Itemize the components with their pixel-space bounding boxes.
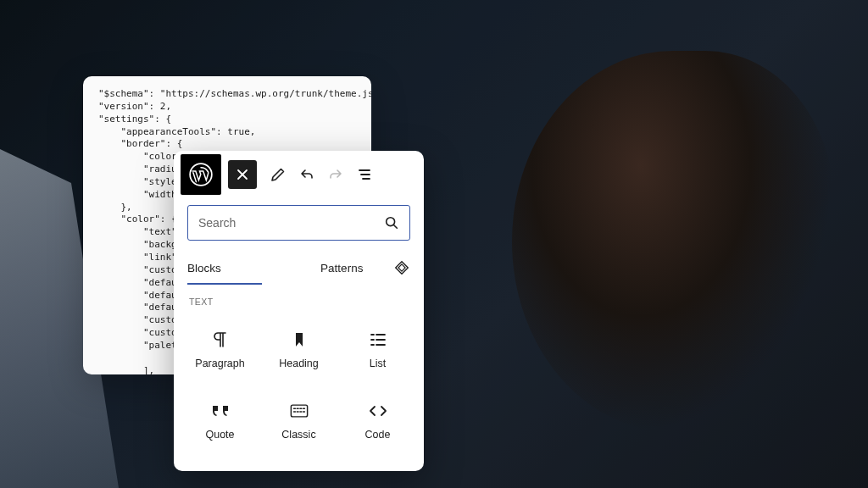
block-quote[interactable]: Quote — [181, 388, 259, 454]
undo-button[interactable] — [294, 162, 320, 187]
block-paragraph[interactable]: Paragraph — [181, 317, 259, 383]
wordpress-logo-button[interactable] — [181, 154, 221, 195]
tab-blocks[interactable]: Blocks — [187, 251, 291, 285]
list-view-icon — [357, 167, 372, 182]
redo-icon — [327, 166, 344, 183]
block-label: Paragraph — [195, 358, 244, 369]
block-label: Classic — [281, 429, 315, 441]
list-icon — [369, 330, 387, 349]
block-inserter-panel: Blocks Patterns TEXT Paragraph Heading — [174, 151, 424, 471]
wordpress-icon — [189, 163, 213, 186]
block-heading[interactable]: Heading — [259, 317, 338, 383]
close-icon — [236, 168, 249, 181]
heading-icon — [290, 330, 309, 349]
close-inserter-button[interactable] — [228, 160, 257, 189]
redo-button[interactable] — [323, 162, 348, 187]
block-label: List — [370, 358, 386, 369]
inserter-tabs: Blocks Patterns — [174, 251, 424, 285]
block-classic[interactable]: Classic — [259, 388, 338, 454]
block-code[interactable]: Code — [338, 388, 417, 454]
editor-toolbar — [174, 151, 424, 198]
search-box[interactable] — [187, 205, 410, 241]
tab-reusable[interactable] — [393, 259, 410, 276]
document-overview-button[interactable] — [352, 162, 377, 187]
edit-tool-button[interactable] — [265, 162, 291, 187]
pencil-icon — [270, 167, 286, 182]
block-label: Quote — [205, 429, 234, 441]
svg-point-1 — [387, 218, 395, 226]
block-label: Heading — [279, 358, 319, 369]
tab-patterns[interactable]: Patterns — [291, 251, 394, 285]
classic-icon — [290, 402, 309, 420]
block-list[interactable]: List — [338, 317, 417, 383]
block-grid: Paragraph Heading List Quote Classic — [174, 312, 424, 463]
svg-rect-2 — [291, 405, 307, 417]
code-icon — [369, 402, 387, 420]
section-header-text: TEXT — [174, 285, 424, 312]
undo-icon — [298, 166, 315, 183]
quote-icon — [211, 402, 230, 420]
search-input[interactable] — [198, 216, 384, 230]
paragraph-icon — [211, 330, 230, 349]
search-icon — [384, 215, 399, 230]
tab-active-indicator — [187, 283, 262, 286]
reusable-icon — [393, 259, 410, 276]
search-wrap — [174, 198, 424, 251]
block-label: Code — [365, 429, 391, 441]
